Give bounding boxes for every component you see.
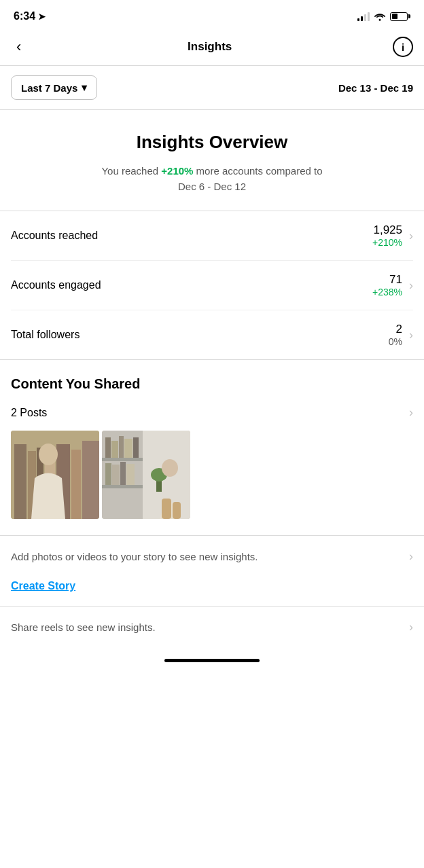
insights-overview: Insights Overview You reached +210% more…: [0, 110, 424, 211]
reels-cta-text: Share reels to see new insights.: [11, 621, 409, 633]
accounts-reached-value: 1,925: [372, 223, 402, 237]
svg-rect-20: [133, 437, 139, 458]
create-story-link[interactable]: Create Story: [0, 577, 424, 606]
svg-rect-8: [82, 441, 99, 519]
svg-point-28: [162, 459, 178, 477]
svg-point-9: [39, 444, 58, 465]
post-thumbnails: [11, 431, 413, 519]
svg-rect-23: [120, 462, 126, 485]
story-cta-text: Add photos or videos to your story to se…: [11, 551, 409, 562]
total-followers-value: 2: [389, 323, 402, 336]
svg-rect-7: [71, 450, 81, 519]
accounts-engaged-value: 71: [372, 273, 402, 287]
location-icon: ➤: [38, 12, 46, 22]
header: ‹ Insights i: [0, 30, 424, 66]
date-range-display: Dec 13 - Dec 19: [338, 82, 413, 94]
chevron-right-icon: ›: [409, 229, 413, 243]
content-section-title: Content You Shared: [11, 376, 413, 392]
filter-bar: Last 7 Days ▾ Dec 13 - Dec 19: [0, 66, 424, 110]
chevron-right-icon: ›: [409, 278, 413, 293]
svg-rect-16: [105, 437, 111, 458]
wifi-icon: [374, 12, 386, 21]
page-title: Insights: [188, 40, 232, 54]
svg-rect-22: [112, 465, 120, 485]
svg-rect-15: [102, 485, 143, 488]
accounts-reached-values: 1,925 +210% ›: [372, 223, 413, 248]
date-filter-button[interactable]: Last 7 Days ▾: [11, 75, 97, 100]
home-indicator: [164, 659, 260, 662]
posts-chevron-right-icon: ›: [409, 405, 413, 420]
accounts-engaged-change: +238%: [372, 287, 402, 297]
compare-period: Dec 6 - Dec 12: [178, 181, 246, 192]
accounts-reached-label: Accounts reached: [11, 230, 98, 242]
info-button[interactable]: i: [393, 37, 413, 57]
svg-rect-18: [119, 436, 124, 458]
battery-icon: [390, 12, 410, 21]
overview-title: Insights Overview: [14, 132, 410, 153]
accounts-reached-change: +210%: [372, 237, 402, 248]
accounts-reached-row[interactable]: Accounts reached 1,925 +210% ›: [11, 211, 413, 261]
accounts-engaged-label: Accounts engaged: [11, 279, 101, 291]
story-cta-section: Add photos or videos to your story to se…: [0, 535, 424, 606]
svg-rect-29: [162, 499, 171, 519]
posts-row[interactable]: 2 Posts ›: [11, 405, 413, 431]
svg-rect-2: [14, 444, 26, 519]
reels-cta-row[interactable]: Share reels to see new insights. ›: [0, 606, 424, 648]
accounts-engaged-values: 71 +238% ›: [372, 273, 413, 297]
status-icons: [357, 12, 410, 21]
content-shared-section: Content You Shared 2 Posts ›: [0, 360, 424, 519]
posts-count-label: 2 Posts: [11, 407, 47, 419]
total-followers-change: 0%: [389, 336, 402, 347]
post-thumbnail-2[interactable]: [102, 431, 190, 519]
story-chevron-right-icon: ›: [409, 549, 413, 564]
signal-icon: [357, 12, 370, 21]
status-time: 6:34 ➤: [14, 10, 46, 22]
reach-change: +210%: [161, 165, 193, 177]
post-thumbnail-1[interactable]: [11, 431, 99, 519]
total-followers-values: 2 0% ›: [389, 323, 413, 347]
chevron-right-icon: ›: [409, 328, 413, 342]
status-bar: 6:34 ➤: [0, 0, 424, 30]
svg-rect-17: [111, 441, 118, 458]
filter-label: Last 7 Days: [21, 82, 77, 94]
total-followers-row[interactable]: Total followers 2 0% ›: [11, 310, 413, 359]
svg-rect-24: [126, 464, 135, 485]
chevron-down-icon: ▾: [82, 82, 87, 94]
svg-rect-30: [173, 502, 181, 519]
svg-rect-19: [124, 439, 132, 458]
story-cta-row[interactable]: Add photos or videos to your story to se…: [0, 535, 424, 577]
time-display: 6:34: [14, 10, 35, 22]
svg-rect-14: [102, 458, 143, 461]
overview-subtitle: You reached +210% more accounts compared…: [14, 164, 410, 194]
stats-section: Accounts reached 1,925 +210% › Accounts …: [0, 211, 424, 360]
svg-rect-21: [105, 463, 111, 485]
total-followers-label: Total followers: [11, 329, 80, 341]
back-button[interactable]: ‹: [11, 35, 26, 58]
accounts-engaged-row[interactable]: Accounts engaged 71 +238% ›: [11, 261, 413, 310]
reels-chevron-right-icon: ›: [409, 620, 413, 634]
